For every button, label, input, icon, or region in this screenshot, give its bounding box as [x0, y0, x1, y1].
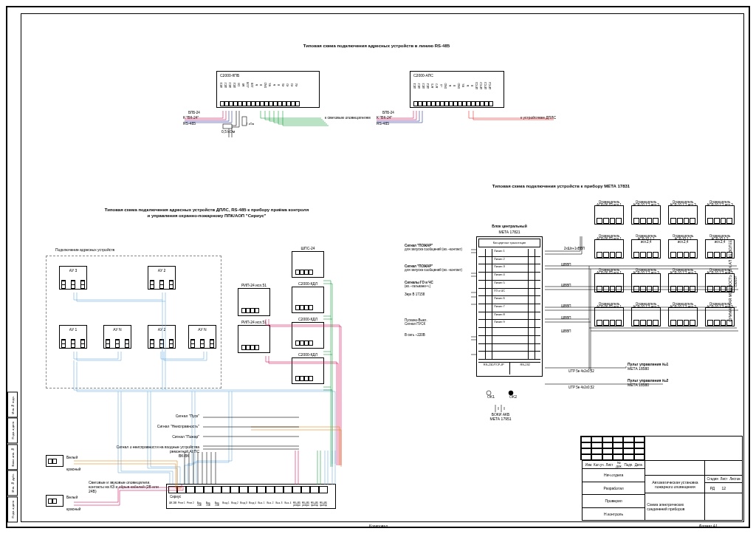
- top-wiring: [177, 71, 561, 141]
- title-top: Типовая схема подключения адресных устро…: [273, 43, 480, 49]
- binder-seg: Инв. № дубл.: [7, 470, 18, 496]
- binder-seg: Подп. и дата: [7, 496, 18, 522]
- amp-cell: ОповещательАСР-06.03 исп.1: [594, 205, 624, 225]
- title-block: Изм. Кол.уч. Лист № док. Подп. Дата Нач.…: [582, 460, 743, 521]
- amp-cell: ОповещательАСР-06.03 исп.1: [594, 239, 624, 259]
- amp-cell: ОповещательАСР-06.03 исп.1: [594, 273, 624, 292]
- amp-cell: ОповещательАСР-10.1.2 исп.3: [631, 307, 661, 326]
- binder-seg: Инв.№ подл.: [7, 391, 18, 417]
- amp-cell: ОповещательАСР-10.1.2 исп.3: [668, 273, 698, 292]
- amp-cell: ОповещательАСР-10.1.2 исп.3: [705, 205, 735, 225]
- amp-cell: ОповещательАСР-10.1.2 исп.3: [668, 205, 698, 225]
- amp-cell: ОповещательАСР-10.1.2 исп.2,4: [705, 239, 735, 259]
- amp-cell: ОповещательАСР-10.1.2 исп.3: [705, 273, 735, 292]
- svg-rect-0: [223, 124, 232, 129]
- amp-cell: ОповещательАСР-10.1.2 исп.2,4: [631, 239, 661, 259]
- amp-cell: ОповещательАСР-10.1.2 исп.3: [668, 307, 698, 326]
- amp-cell: ОповещательАСР-10.1.2 исп.3: [631, 205, 661, 225]
- svg-rect-1: [242, 117, 247, 126]
- binder-column: Инв.№ подл. Подп. и дата Взам. инв. № Ин…: [7, 391, 18, 522]
- title-right: Типовая схема подключения устройств к пр…: [458, 183, 664, 189]
- binder-seg: Подп. и дата: [7, 417, 18, 443]
- amp-cell: ОповещательАСР-06.03 исп.1: [594, 307, 624, 326]
- amp-cell: ОповещательАСР-10.1.2 исп.3: [705, 307, 735, 326]
- format: Формат А1: [699, 524, 718, 528]
- binder-seg: Взам. инв. №: [7, 444, 18, 470]
- bottom-wiring: [59, 451, 354, 517]
- amp-cell: ОповещательАСР-10.1.2 исп.2,4: [668, 239, 698, 259]
- title-left: Типовая схема подключения адресных устро…: [103, 207, 310, 219]
- title-block-upper: [580, 436, 743, 460]
- amp-cell: ОповещательАСР-10.1.2 исп.3: [631, 273, 661, 292]
- copied: Копировал: [369, 524, 388, 528]
